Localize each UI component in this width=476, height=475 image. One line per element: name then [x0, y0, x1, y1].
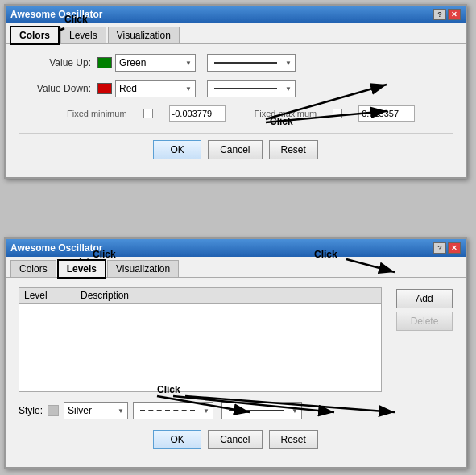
value-down-dropdown-arrow: ▼: [180, 85, 192, 93]
style-row: Style: Silver ▼ ▼ ▼: [19, 402, 453, 419]
lower-title-bar: Awesome Oscillator ? ✕: [6, 239, 466, 257]
fixed-max-label: Fixed maximum: [255, 109, 317, 118]
value-up-dropdown[interactable]: Green ▼: [115, 54, 196, 72]
lower-ok-button[interactable]: OK: [153, 430, 201, 449]
upper-help-button[interactable]: ?: [433, 9, 446, 20]
levels-table: Level Description: [19, 287, 382, 392]
upper-content: Value Up: Green ▼ ▼ Value Down: Red ▼ ▼: [6, 44, 466, 177]
value-down-dropdown-text: Red: [119, 83, 137, 94]
value-up-dropdown-arrow: ▼: [180, 60, 192, 67]
lower-tab-visualization[interactable]: Visualization: [107, 260, 179, 277]
upper-title-buttons: ? ✕: [433, 9, 461, 20]
upper-button-row: OK Cancel Reset: [19, 133, 453, 167]
lower-cancel-button[interactable]: Cancel: [208, 430, 262, 449]
upper-tabs: Colors Levels Visualization: [6, 23, 466, 44]
value-up-row: Value Up: Green ▼ ▼: [19, 54, 453, 72]
delete-button[interactable]: Delete: [396, 312, 453, 331]
value-down-line-arrow: ▼: [280, 85, 292, 93]
style-line-dropdown2[interactable]: ▼: [221, 402, 302, 419]
value-up-dropdown-text: Green: [119, 57, 146, 68]
lower-content: Level Description Add Delete Style: Silv…: [6, 278, 466, 467]
value-down-line-style[interactable]: ▼: [207, 80, 296, 97]
levels-main-area: Level Description Add Delete: [19, 287, 453, 397]
lower-title-buttons: ? ✕: [433, 242, 461, 254]
value-up-line-arrow: ▼: [280, 60, 292, 67]
fixed-min-checkbox[interactable]: [143, 109, 153, 118]
upper-ok-button[interactable]: OK: [153, 140, 201, 159]
style-line-arrow: ▼: [198, 407, 209, 415]
fixed-min-label: Fixed minimum: [67, 109, 127, 118]
upper-close-button[interactable]: ✕: [448, 9, 461, 20]
style-color-text: Silver: [68, 405, 92, 416]
lower-tabs: Colors Levels Visualization: [6, 257, 466, 278]
lower-close-button[interactable]: ✕: [448, 242, 461, 254]
lower-dialog: Awesome Oscillator ? ✕ Colors Levels Vis…: [4, 238, 467, 469]
fixed-max-input[interactable]: [358, 105, 415, 122]
upper-tab-colors[interactable]: Colors: [10, 27, 59, 44]
value-up-line-style[interactable]: ▼: [207, 54, 296, 72]
upper-title-bar: Awesome Oscillator ? ✕: [6, 6, 466, 23]
value-up-line-preview: [214, 62, 277, 64]
levels-table-header: Level Description: [19, 288, 381, 304]
upper-dialog: Awesome Oscillator ? ✕ Colors Levels Vis…: [4, 4, 467, 179]
style-line-arrow2: ▼: [287, 407, 298, 415]
upper-dialog-title: Awesome Oscillator: [10, 9, 103, 20]
levels-side-buttons: Add Delete: [396, 287, 453, 397]
lower-tab-colors[interactable]: Colors: [10, 260, 56, 277]
lower-button-row: OK Cancel Reset: [19, 423, 453, 457]
value-down-dropdown[interactable]: Red ▼: [115, 80, 196, 97]
value-down-swatch[interactable]: [97, 83, 112, 94]
style-line-dropdown[interactable]: ▼: [133, 402, 213, 419]
lower-help-button[interactable]: ?: [433, 242, 446, 254]
col-desc-header: Description: [81, 290, 376, 301]
value-up-swatch[interactable]: [97, 57, 112, 68]
add-button[interactable]: Add: [396, 289, 453, 308]
upper-reset-button[interactable]: Reset: [269, 140, 318, 159]
style-color-arrow: ▼: [113, 407, 124, 415]
value-up-label: Value Up:: [19, 57, 91, 68]
style-label: Style:: [19, 405, 43, 416]
fixed-row: Fixed minimum Fixed maximum: [19, 105, 453, 122]
upper-cancel-button[interactable]: Cancel: [208, 140, 262, 159]
lower-reset-button[interactable]: Reset: [269, 430, 318, 449]
lower-tab-levels[interactable]: Levels: [58, 260, 106, 278]
style-color-swatch[interactable]: [48, 405, 59, 416]
style-color-dropdown[interactable]: Silver ▼: [64, 402, 128, 419]
style-line-preview2: [229, 410, 284, 411]
style-line-preview-dashed: [140, 410, 195, 411]
upper-tab-levels[interactable]: Levels: [60, 27, 106, 43]
lower-dialog-title: Awesome Oscillator: [10, 242, 103, 254]
levels-table-body[interactable]: [19, 304, 381, 389]
value-down-label: Value Down:: [19, 83, 91, 94]
fixed-min-input[interactable]: [169, 105, 226, 122]
value-down-line-preview: [214, 88, 277, 89]
levels-table-container: Level Description: [19, 287, 382, 397]
value-down-row: Value Down: Red ▼ ▼: [19, 80, 453, 97]
col-level-header: Level: [24, 290, 81, 301]
upper-tab-visualization[interactable]: Visualization: [108, 27, 180, 43]
fixed-max-checkbox[interactable]: [333, 109, 342, 118]
